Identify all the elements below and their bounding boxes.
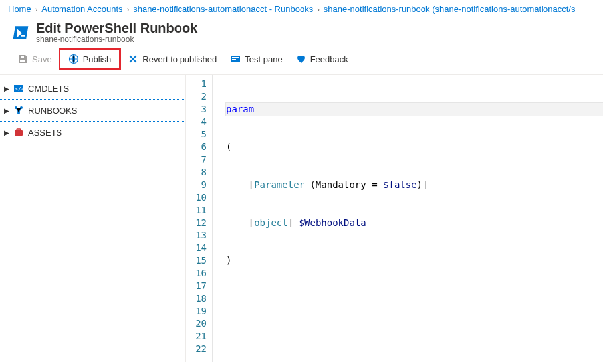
line-number: 2 [186,90,207,103]
code-line: param [226,103,603,116]
line-number-gutter: 12345678910111213141516171819202122 [186,75,213,362]
line-number: 17 [186,280,207,292]
code-line: [object] $WebhookData [226,217,603,229]
save-icon [17,54,28,64]
line-number: 8 [186,166,207,179]
test-pane-button[interactable]: Test pane [223,50,289,68]
svg-rect-3 [232,59,236,60]
page-subtitle: shane-notifications-runbook [36,35,197,44]
svg-rect-2 [232,57,239,58]
line-number: 3 [186,103,207,116]
feedback-label: Feedback [310,54,348,64]
resource-tree: ▶ </> CMDLETS ▶ RUNBOOKS ▶ ASSETS [0,75,186,362]
test-pane-icon [230,54,241,64]
page-header: Edit PowerShell Runbook shane-notificati… [0,18,603,45]
tree-item-label: RUNBOOKS [28,106,77,116]
feedback-button[interactable]: Feedback [289,50,355,68]
save-label: Save [32,54,52,64]
publish-label: Publish [83,54,112,64]
publish-button[interactable]: Publish [62,50,118,68]
chevron-right-icon: › [317,5,320,13]
line-number: 15 [186,254,207,267]
line-number: 18 [186,292,207,305]
svg-rect-10 [17,129,21,131]
line-number: 9 [186,179,207,191]
powershell-icon [12,24,29,41]
line-number: 4 [186,116,207,128]
close-icon [128,54,138,64]
revert-button[interactable]: Revert to published [121,50,223,68]
globe-upload-icon [68,54,79,64]
main-content: ▶ </> CMDLETS ▶ RUNBOOKS ▶ ASSETS 123456… [0,75,603,362]
line-number: 21 [186,330,207,343]
toolbar: Save Publish Revert to published Test pa… [0,45,603,75]
code-line [226,330,603,343]
line-number: 22 [186,343,207,355]
line-number: 11 [186,204,207,217]
tree-item-runbooks[interactable]: ▶ RUNBOOKS [0,100,185,122]
tree-item-label: ASSETS [28,128,62,137]
tree-item-cmdlets[interactable]: ▶ </> CMDLETS [0,78,185,100]
cmdlets-icon: </> [13,83,24,94]
line-number: 13 [186,229,207,242]
chevron-right-icon: › [35,5,38,13]
svg-text:</>: </> [15,86,24,92]
code-line: ) [226,254,603,267]
line-number: 5 [186,128,207,141]
breadcrumb-home[interactable]: Home [8,4,31,14]
code-content[interactable]: param ( [Parameter (Mandatory = $false)]… [213,75,603,362]
line-number: 12 [186,217,207,229]
save-button[interactable]: Save [11,50,59,68]
caret-right-icon: ▶ [4,107,9,114]
revert-label: Revert to published [142,54,217,64]
breadcrumb-automation-accounts[interactable]: Automation Accounts [41,4,122,14]
tree-item-assets[interactable]: ▶ ASSETS [0,122,185,143]
breadcrumb: Home › Automation Accounts › shane-notif… [0,0,603,18]
line-number: 14 [186,242,207,254]
line-number: 1 [186,78,207,90]
breadcrumb-account-runbooks[interactable]: shane-notifications-automationacct - Run… [133,4,313,14]
test-pane-label: Test pane [245,54,282,64]
caret-right-icon: ▶ [4,129,9,136]
publish-highlight: Publish [59,48,122,70]
caret-right-icon: ▶ [4,85,9,92]
code-line: ( [226,141,603,153]
runbooks-icon [13,105,24,116]
chevron-right-icon: › [127,5,130,13]
briefcase-icon [13,127,24,137]
breadcrumb-runbook[interactable]: shane-notifications-runbook (shane-notif… [324,4,576,14]
code-line: [Parameter (Mandatory = $false)] [226,179,603,191]
line-number: 10 [186,191,207,204]
page-title: Edit PowerShell Runbook [36,21,197,36]
line-number: 16 [186,267,207,280]
code-editor[interactable]: 12345678910111213141516171819202122 para… [186,75,603,362]
line-number: 7 [186,153,207,166]
line-number: 6 [186,141,207,153]
line-number: 19 [186,305,207,318]
heart-icon [296,54,306,64]
code-line [226,292,603,305]
tree-item-label: CMDLETS [28,84,69,94]
line-number: 20 [186,318,207,330]
